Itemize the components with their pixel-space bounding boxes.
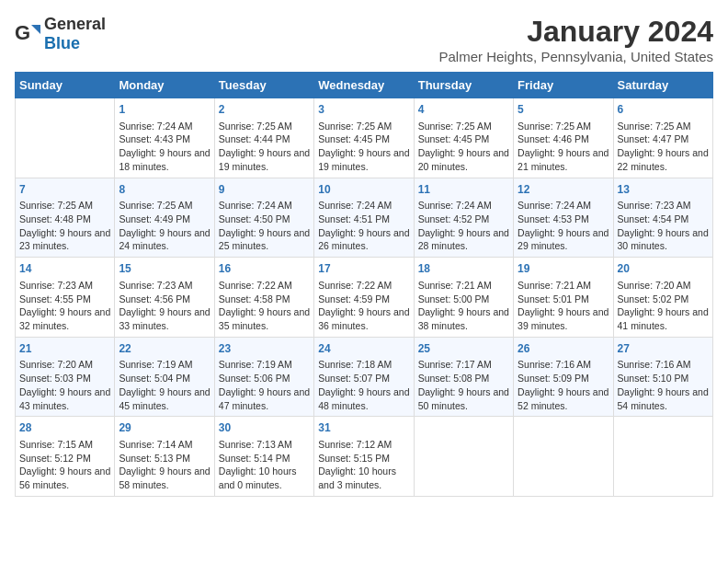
sunset: Sunset: 4:45 PM xyxy=(418,133,490,144)
weekday-header-saturday: Saturday xyxy=(613,73,712,98)
sunrise: Sunrise: 7:24 AM xyxy=(318,200,392,211)
day-cell: 25Sunrise: 7:17 AMSunset: 5:08 PMDayligh… xyxy=(414,337,513,417)
day-number: 3 xyxy=(318,102,409,118)
sunrise: Sunrise: 7:23 AM xyxy=(618,200,691,211)
day-cell: 18Sunrise: 7:21 AMSunset: 5:00 PMDayligh… xyxy=(414,258,513,338)
sunset: Sunset: 4:53 PM xyxy=(518,213,589,224)
week-row-1: 1Sunrise: 7:24 AMSunset: 4:43 PMDaylight… xyxy=(16,98,713,178)
daylight: Daylight: 10 hours and 0 minutes. xyxy=(219,465,297,490)
sunset: Sunset: 5:01 PM xyxy=(518,293,589,304)
day-cell: 11Sunrise: 7:24 AMSunset: 4:52 PMDayligh… xyxy=(414,178,513,258)
sunrise: Sunrise: 7:15 AM xyxy=(19,439,93,450)
day-number: 20 xyxy=(618,261,709,277)
day-cell: 3Sunrise: 7:25 AMSunset: 4:45 PMDaylight… xyxy=(314,98,414,178)
sunset: Sunset: 5:04 PM xyxy=(119,373,190,384)
day-number: 14 xyxy=(19,261,110,277)
daylight: Daylight: 9 hours and 45 minutes. xyxy=(119,386,210,411)
sunrise: Sunrise: 7:25 AM xyxy=(19,200,93,211)
daylight: Daylight: 9 hours and 47 minutes. xyxy=(219,386,310,411)
day-cell: 19Sunrise: 7:21 AMSunset: 5:01 PMDayligh… xyxy=(514,258,613,338)
sunset: Sunset: 4:48 PM xyxy=(19,213,91,224)
day-number: 5 xyxy=(518,102,609,118)
sunrise: Sunrise: 7:19 AM xyxy=(119,359,192,370)
day-cell: 16Sunrise: 7:22 AMSunset: 4:58 PMDayligh… xyxy=(214,258,313,338)
sunrise: Sunrise: 7:13 AM xyxy=(219,439,292,450)
daylight: Daylight: 9 hours and 39 minutes. xyxy=(518,306,609,331)
sunrise: Sunrise: 7:24 AM xyxy=(219,200,292,211)
sunset: Sunset: 5:06 PM xyxy=(219,373,290,384)
day-cell: 5Sunrise: 7:25 AMSunset: 4:46 PMDaylight… xyxy=(514,98,613,178)
sunset: Sunset: 4:54 PM xyxy=(618,213,689,224)
sunset: Sunset: 5:14 PM xyxy=(219,453,290,464)
main-title: January 2024 xyxy=(439,15,713,49)
sunrise: Sunrise: 7:18 AM xyxy=(318,359,392,370)
sunset: Sunset: 4:52 PM xyxy=(418,213,490,224)
day-number: 17 xyxy=(318,261,409,277)
sunrise: Sunrise: 7:24 AM xyxy=(119,121,192,132)
day-number: 7 xyxy=(19,182,110,198)
day-cell: 22Sunrise: 7:19 AMSunset: 5:04 PMDayligh… xyxy=(115,337,214,417)
sunrise: Sunrise: 7:20 AM xyxy=(19,359,93,370)
weekday-header-friday: Friday xyxy=(514,73,613,98)
sunrise: Sunrise: 7:21 AM xyxy=(518,280,591,291)
sunrise: Sunrise: 7:16 AM xyxy=(518,359,591,370)
day-cell: 13Sunrise: 7:23 AMSunset: 4:54 PMDayligh… xyxy=(613,178,712,258)
day-cell: 2Sunrise: 7:25 AMSunset: 4:44 PMDaylight… xyxy=(214,98,313,178)
logo-general: General xyxy=(44,15,106,33)
sunset: Sunset: 4:59 PM xyxy=(318,293,390,304)
sunset: Sunset: 4:43 PM xyxy=(119,133,190,144)
sunset: Sunset: 4:47 PM xyxy=(618,133,689,144)
weekday-header-monday: Monday xyxy=(115,73,214,98)
daylight: Daylight: 9 hours and 19 minutes. xyxy=(318,147,409,172)
title-area: January 2024 Palmer Heights, Pennsylvani… xyxy=(439,15,713,64)
day-number: 11 xyxy=(418,182,509,198)
sunset: Sunset: 4:51 PM xyxy=(318,213,390,224)
day-cell: 30Sunrise: 7:13 AMSunset: 5:14 PMDayligh… xyxy=(214,417,313,497)
day-cell: 10Sunrise: 7:24 AMSunset: 4:51 PMDayligh… xyxy=(314,178,414,258)
day-number: 27 xyxy=(618,341,709,357)
day-cell xyxy=(613,417,712,497)
day-cell: 15Sunrise: 7:23 AMSunset: 4:56 PMDayligh… xyxy=(115,258,214,338)
day-number: 12 xyxy=(518,182,609,198)
daylight: Daylight: 9 hours and 52 minutes. xyxy=(518,386,609,411)
day-number: 18 xyxy=(418,261,509,277)
week-row-3: 14Sunrise: 7:23 AMSunset: 4:55 PMDayligh… xyxy=(16,258,713,338)
daylight: Daylight: 9 hours and 20 minutes. xyxy=(418,147,509,172)
daylight: Daylight: 9 hours and 38 minutes. xyxy=(418,306,509,331)
day-cell: 28Sunrise: 7:15 AMSunset: 5:12 PMDayligh… xyxy=(16,417,115,497)
svg-marker-1 xyxy=(31,25,40,34)
daylight: Daylight: 9 hours and 32 minutes. xyxy=(19,306,110,331)
subtitle: Palmer Heights, Pennsylvania, United Sta… xyxy=(439,49,713,64)
sunset: Sunset: 5:15 PM xyxy=(318,453,390,464)
sunrise: Sunrise: 7:25 AM xyxy=(418,121,492,132)
day-number: 15 xyxy=(119,261,210,277)
daylight: Daylight: 9 hours and 19 minutes. xyxy=(219,147,310,172)
daylight: Daylight: 9 hours and 26 minutes. xyxy=(318,227,409,252)
day-number: 22 xyxy=(119,341,210,357)
week-row-2: 7Sunrise: 7:25 AMSunset: 4:48 PMDaylight… xyxy=(16,178,713,258)
day-number: 26 xyxy=(518,341,609,357)
day-number: 28 xyxy=(19,420,110,436)
day-number: 29 xyxy=(119,420,210,436)
day-cell: 12Sunrise: 7:24 AMSunset: 4:53 PMDayligh… xyxy=(514,178,613,258)
sunrise: Sunrise: 7:24 AM xyxy=(418,200,492,211)
sunrise: Sunrise: 7:22 AM xyxy=(318,280,392,291)
calendar-table: SundayMondayTuesdayWednesdayThursdayFrid… xyxy=(15,72,713,497)
day-number: 25 xyxy=(418,341,509,357)
weekday-header-thursday: Thursday xyxy=(414,73,513,98)
logo-blue: Blue xyxy=(44,34,80,52)
daylight: Daylight: 9 hours and 56 minutes. xyxy=(19,465,110,490)
daylight: Daylight: 9 hours and 43 minutes. xyxy=(19,386,110,411)
sunrise: Sunrise: 7:25 AM xyxy=(618,121,691,132)
day-cell: 7Sunrise: 7:25 AMSunset: 4:48 PMDaylight… xyxy=(16,178,115,258)
day-number: 6 xyxy=(618,102,709,118)
sunrise: Sunrise: 7:14 AM xyxy=(119,439,192,450)
sunset: Sunset: 4:49 PM xyxy=(119,213,190,224)
sunset: Sunset: 5:09 PM xyxy=(518,373,589,384)
sunset: Sunset: 5:08 PM xyxy=(418,373,490,384)
sunset: Sunset: 5:12 PM xyxy=(19,453,91,464)
day-number: 2 xyxy=(219,102,310,118)
daylight: Daylight: 9 hours and 28 minutes. xyxy=(418,227,509,252)
week-row-5: 28Sunrise: 7:15 AMSunset: 5:12 PMDayligh… xyxy=(16,417,713,497)
daylight: Daylight: 9 hours and 25 minutes. xyxy=(219,227,310,252)
